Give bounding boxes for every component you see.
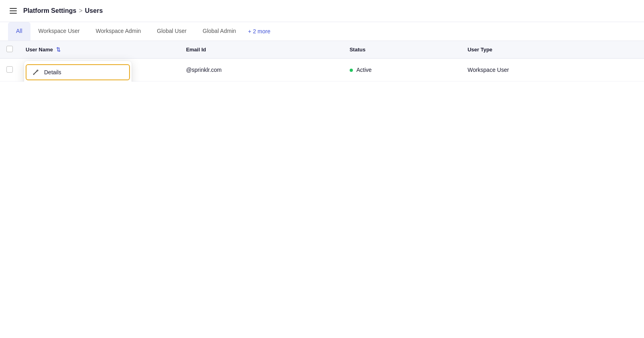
breadcrumb-current: Users xyxy=(85,7,103,14)
tab-workspace-user[interactable]: Workspace User xyxy=(30,22,88,41)
tab-more[interactable]: + 2 more xyxy=(244,22,275,40)
breadcrumb: Platform Settings > Users xyxy=(23,7,103,14)
col-usertype: User Type xyxy=(461,41,644,59)
row-select-cell xyxy=(0,59,19,81)
select-all-checkbox[interactable] xyxy=(6,46,13,52)
row-checkbox[interactable] xyxy=(6,66,13,73)
details-icon xyxy=(32,69,39,76)
row-email-cell: @sprinklr.com xyxy=(180,59,343,81)
tab-workspace-admin[interactable]: Workspace Admin xyxy=(88,22,149,41)
col-select xyxy=(0,41,19,59)
tab-global-admin[interactable]: Global Admin xyxy=(194,22,244,41)
tab-global-user[interactable]: Global User xyxy=(149,22,194,41)
breadcrumb-separator: > xyxy=(79,7,82,14)
top-bar: Platform Settings > Users xyxy=(0,0,644,22)
row-status-cell: Active xyxy=(343,59,461,81)
col-email: Email Id xyxy=(180,41,343,59)
menu-item-edit[interactable]: Edit xyxy=(24,81,132,81)
breadcrumb-parent[interactable]: Platform Settings xyxy=(23,7,76,14)
context-menu: Details Edit Activity xyxy=(24,61,132,81)
svg-point-0 xyxy=(37,70,38,71)
table-wrap: User Name ⇅ Email Id Status User Type xyxy=(0,41,644,81)
col-username: User Name ⇅ xyxy=(19,41,180,59)
status-dot xyxy=(350,69,353,72)
hamburger-icon[interactable] xyxy=(8,6,18,15)
sort-icon[interactable]: ⇅ xyxy=(56,47,61,53)
row-usertype-cell: Workspace User xyxy=(461,59,644,81)
tabs-bar: All Workspace User Workspace Admin Globa… xyxy=(0,22,644,41)
col-status: Status xyxy=(343,41,461,59)
tab-all[interactable]: All xyxy=(8,22,30,41)
table-header-row: User Name ⇅ Email Id Status User Type xyxy=(0,41,644,59)
menu-item-details[interactable]: Details xyxy=(26,64,130,80)
